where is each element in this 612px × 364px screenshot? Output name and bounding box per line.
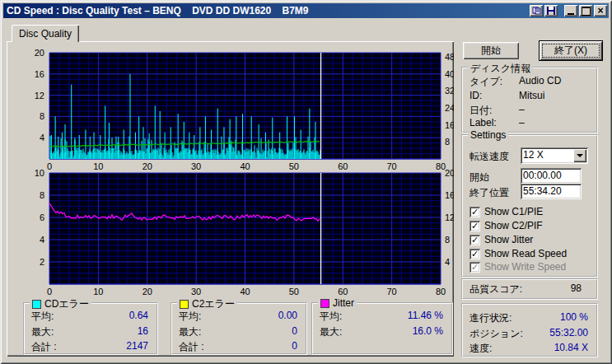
cd-error-max-row: 最大:16 [31,325,148,339]
speed-row: 速度:10.84 X [470,342,588,356]
checkbox-box[interactable]: ✓ [470,249,480,259]
svg-text:4: 4 [445,257,450,267]
svg-text:10: 10 [93,161,103,171]
svg-text:20: 20 [35,48,44,58]
end-position-input[interactable]: 55:34.20 [521,184,582,199]
svg-text:12: 12 [35,91,44,100]
disc-label-value: – [519,117,525,128]
svg-text:16: 16 [445,120,454,130]
tab-disc-quality[interactable]: Disc Quality [12,25,79,42]
titlebar: CD Speed : Disc Quality Test – BENQ DVD … [3,3,609,18]
disc-info-title: ディスク情報 [468,62,533,76]
checkbox-show-read-speed[interactable]: ✓Show Read Speed [470,248,567,259]
exit-button[interactable]: 終了(X) [539,40,603,61]
quality-score-label: 品質スコア: [470,282,522,296]
row-label: 最大: [179,325,201,339]
checkbox-show-write-speed: ✓Show Write Speed [470,261,566,273]
save-icon [547,7,555,15]
combo-dropdown-button[interactable] [573,149,586,162]
svg-text:8: 8 [445,137,450,147]
checkbox-box[interactable]: ✓ [470,235,480,245]
svg-text:24: 24 [445,103,454,113]
end-position-value: 55:34.20 [523,185,562,197]
svg-text:40: 40 [240,161,250,171]
svg-text:0: 0 [47,287,52,296]
row-label: 平均: [31,310,54,324]
row-value: 0 [292,325,297,339]
disc-date-label: 日付: [470,104,492,118]
jitter-legend-caption: Jitter [318,297,357,309]
row-label: 平均: [320,310,342,324]
checkbox-show-c2-pif[interactable]: ✓Show C2/PIF [470,220,543,231]
quality-score-value: 98 [571,282,582,294]
c2-error-avg-row: 平均:0.00 [179,310,297,324]
book-button[interactable] [530,5,543,16]
row-value: 55:32.00 [549,327,588,341]
row-value: 0 [292,340,297,354]
svg-text:16: 16 [35,69,44,79]
c2-error-swatch [180,300,189,309]
row-value: 100 % [560,311,588,325]
svg-text:30: 30 [191,287,201,296]
jitter-swatch [320,299,329,308]
checkbox-label: Show C2/PIF [484,220,543,231]
svg-text:60: 60 [338,161,348,171]
disc-date-value: – [519,104,525,115]
row-label: 合計 : [179,340,204,354]
svg-text:8: 8 [40,190,44,200]
svg-text:40: 40 [445,69,454,79]
svg-text:70: 70 [387,287,397,296]
minimize-icon [568,13,574,15]
row-value: 10.84 X [554,342,588,356]
disc-type-value: Audio CD [519,75,561,86]
row-value: 16.0 % [413,325,443,339]
transfer-speed-label: 転送速度 [470,150,509,164]
svg-text:80: 80 [436,287,446,296]
checkbox-box[interactable]: ✓ [470,221,480,231]
checkbox-label: Show Write Speed [484,261,566,273]
jitter-max-row: 最大:16.0 % [320,325,443,339]
start-time-value: 00:00.00 [523,170,562,181]
focus-rect [542,44,600,58]
c2-error-legend-box: C2エラー 平均:0.00 最大:0 合計 :0 [171,302,307,355]
jitter-legend-title: Jitter [333,297,354,309]
checkbox-show-jitter[interactable]: ✓Show Jitter [470,234,533,245]
close-icon: × [597,7,603,15]
window-title: CD Speed : Disc Quality Test – BENQ DVD … [7,5,528,16]
svg-text:20: 20 [142,287,152,296]
start-time-input[interactable]: 00:00.00 [521,168,582,184]
svg-text:20: 20 [142,161,152,171]
progress-row: 進行状況:100 % [470,311,588,325]
row-value: 0.64 [129,310,148,324]
start-button[interactable]: 開始 [463,42,519,59]
svg-text:50: 50 [289,287,299,296]
minimize-button[interactable] [564,5,577,16]
close-button[interactable]: × [594,5,607,16]
c2-error-max-row: 最大:0 [179,325,297,339]
book-icon [532,7,541,15]
row-value: 0.00 [278,310,297,324]
svg-text:48: 48 [445,52,454,62]
quality-score-box: 品質スコア: 98 [461,278,598,300]
svg-text:40: 40 [240,287,250,296]
row-label: 平均: [179,310,201,324]
maximize-button[interactable] [579,5,592,16]
svg-text:30: 30 [191,161,201,171]
save-button[interactable] [544,5,558,16]
row-label: 合計 : [31,340,57,354]
checkbox-label: Show Read Speed [484,248,567,259]
checkbox-label: Show C1/PIE [484,206,543,217]
checkbox-box[interactable]: ✓ [470,207,480,217]
row-value: 11.46 % [408,310,443,324]
checkbox-show-c1-pie[interactable]: ✓Show C1/PIE [470,206,543,217]
svg-text:4: 4 [40,235,44,245]
disc-label-label: Label: [470,117,497,128]
app-window: CD Speed : Disc Quality Test – BENQ DVD … [0,0,612,364]
transfer-speed-value: 12 X [523,149,544,161]
start-button-label: 開始 [481,44,501,58]
transfer-speed-combobox[interactable]: 12 X [521,147,588,164]
svg-text:8: 8 [40,111,44,121]
row-value: 2147 [126,340,148,354]
cd-error-swatch [32,300,41,309]
start-time-label: 開始 [470,170,489,184]
